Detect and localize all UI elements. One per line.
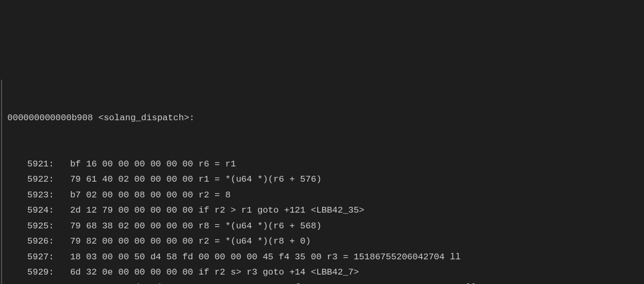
code-line[interactable]: 5922: 79 61 40 02 00 00 00 00 r1 = *(u64… [0,172,644,187]
asm-instruction: r6 = r1 [198,159,235,169]
asm-instruction: r2 = *(u64 *)(r8 + 0) [198,236,310,246]
hex-bytes: 2d 12 79 00 00 00 00 00 [70,205,194,215]
code-line[interactable]: 5923: b7 02 00 00 08 00 00 00 r2 = 8 [0,187,644,203]
hex-bytes: 79 61 40 02 00 00 00 00 [70,174,194,184]
code-line[interactable]: 5929: 6d 32 0e 00 00 00 00 00 if r2 s> r… [0,265,644,280]
hex-bytes: 79 82 00 00 00 00 00 00 [70,236,194,246]
line-number: 5921: [27,156,54,172]
line-number: 5922: [27,172,54,187]
asm-instruction: r3 = 15186755206042704 ll [327,252,460,262]
asm-instruction: r8 = *(u64 *)(r6 + 568) [198,221,321,231]
hex-bytes: 18 03 00 00 50 d4 58 fd 00 00 00 00 45 f… [70,252,321,262]
line-number: 5927: [27,249,54,265]
line-number: 5925: [27,218,54,234]
line-number: 5930: [27,280,54,284]
hex-bytes: bf 16 00 00 00 00 00 00 [70,159,194,169]
asm-instruction: r1 = *(u64 *)(r6 + 576) [198,174,321,184]
hex-bytes: b7 02 00 00 08 00 00 00 [70,190,194,200]
disassembly-view: 000000000000b908 <solang_dispatch>: 5921… [0,64,644,284]
header-address: 000000000000b908 [7,113,93,123]
code-line[interactable]: 5927: 18 03 00 00 50 d4 58 fd 00 00 00 0… [0,249,644,265]
hex-bytes: 79 68 38 02 00 00 00 00 [70,221,194,231]
disassembly-header: 000000000000b908 <solang_dispatch>: [0,110,644,125]
line-number: 5923: [27,187,54,203]
asm-instruction: if r2 > r1 goto +121 <LBB42_35> [198,205,364,215]
line-number: 5926: [27,234,54,249]
asm-instruction: if r2 s> r3 goto +14 <LBB42_7> [198,267,359,277]
code-line[interactable]: 5921: bf 16 00 00 00 00 00 00 r6 = r1 [0,156,644,172]
header-symbol: <solang_dispatch>: [98,113,195,123]
asm-instruction: r2 = 8 [198,190,230,200]
code-line[interactable]: 5926: 79 82 00 00 00 00 00 00 r2 = *(u64… [0,234,644,249]
code-line[interactable]: 5930: 18 03 00 00 d5 9d c1 8e 00 00 00 0… [0,280,644,284]
hex-bytes: 6d 32 0e 00 00 00 00 00 [70,267,194,277]
line-number: 5924: [27,203,54,218]
line-number: 5929: [27,265,54,280]
code-line[interactable]: 5924: 2d 12 79 00 00 00 00 00 if r2 > r1… [0,203,644,218]
code-line[interactable]: 5925: 79 68 38 02 00 00 00 00 r8 = *(u64… [0,218,644,234]
